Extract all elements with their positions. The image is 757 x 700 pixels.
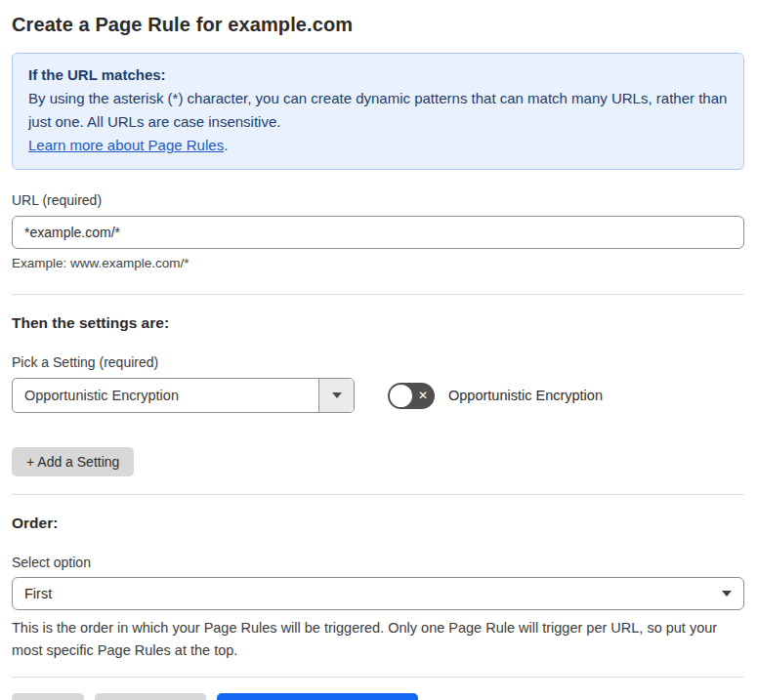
divider-url-settings [12, 294, 744, 295]
order-select-label: Select option [12, 555, 744, 570]
save-deploy-button[interactable]: Save and Deploy Page Rule [217, 693, 418, 700]
divider-settings-order [12, 494, 744, 495]
add-setting-button[interactable]: + Add a Setting [12, 447, 134, 476]
create-page-rule-panel: Create a Page Rule for example.com If th… [0, 0, 757, 700]
setting-row: Opportunistic Encryption ✕ Opportunistic… [12, 378, 744, 413]
opportunistic-encryption-toggle-group: ✕ Opportunistic Encryption [388, 383, 603, 409]
learn-more-link[interactable]: Learn more about Page Rules [28, 137, 224, 153]
order-select-value: First [24, 586, 52, 601]
order-help-text: This is the order in which your Page Rul… [12, 617, 739, 662]
order-section-heading: Order: [12, 515, 744, 532]
cancel-button[interactable]: Cancel [12, 693, 84, 700]
link-suffix: . [224, 137, 228, 153]
toggle-knob [390, 385, 412, 407]
info-box-heading: If the URL matches: [28, 63, 728, 87]
setting-dropdown-arrow-button[interactable] [318, 379, 354, 412]
url-example-hint: Example: www.example.com/* [12, 256, 744, 270]
toggle-off-x-icon: ✕ [418, 390, 428, 401]
toggle-label: Opportunistic Encryption [448, 388, 603, 403]
setting-dropdown-value: Opportunistic Encryption [13, 379, 318, 412]
setting-dropdown[interactable]: Opportunistic Encryption [12, 378, 355, 413]
pick-setting-label: Pick a Setting (required) [12, 354, 744, 370]
page-title: Create a Page Rule for example.com [12, 14, 744, 36]
info-box-link-line: Learn more about Page Rules. [28, 134, 728, 157]
url-input[interactable] [12, 216, 744, 249]
save-draft-button[interactable]: Save as Draft [95, 693, 207, 700]
settings-section-heading: Then the settings are: [12, 314, 744, 332]
chevron-down-icon [332, 392, 342, 398]
url-matches-info-box: If the URL matches: By using the asteris… [12, 53, 744, 170]
info-box-body: By using the asterisk (*) character, you… [28, 87, 728, 134]
url-field-label: URL (required) [12, 192, 744, 208]
footer-actions: Cancel Save as Draft Save and Deploy Pag… [12, 693, 744, 700]
divider-footer [12, 677, 744, 678]
select-chevron-down-icon [722, 591, 732, 597]
order-select[interactable]: First [12, 577, 744, 610]
opportunistic-encryption-toggle[interactable]: ✕ [388, 383, 435, 409]
